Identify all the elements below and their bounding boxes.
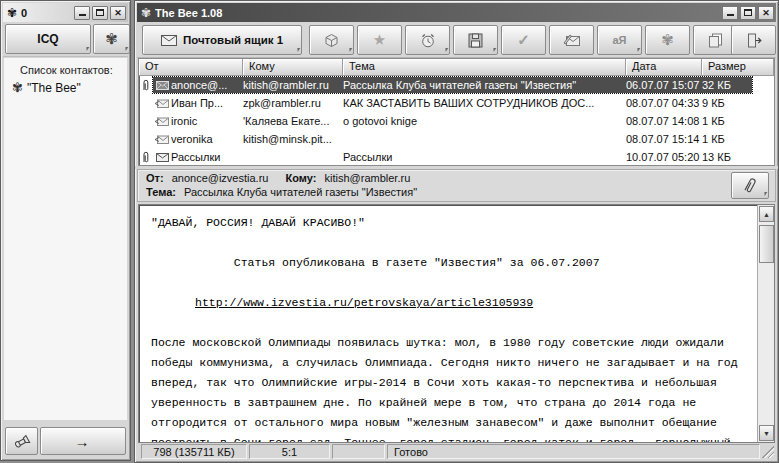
maximize-icon (744, 9, 752, 16)
close-icon: ✕ (762, 8, 770, 18)
contact-name: "The Bee" (27, 81, 81, 95)
contact-flower-icon: ✾ (12, 80, 23, 95)
cell-from: Иван Пр... (171, 97, 243, 109)
cell-date: 06.07.07 15:07 (626, 79, 702, 91)
from-label: От: (146, 172, 164, 184)
up-arrow-icon: ▲ (763, 211, 770, 218)
down-arrow-icon: ▼ (763, 430, 770, 437)
status-ratio: 5:1 (249, 444, 330, 459)
favorites-button[interactable]: ★ (357, 25, 402, 55)
cell-size: 9 КБ (702, 97, 752, 109)
package-icon (323, 33, 340, 48)
compose-button[interactable] (549, 25, 594, 55)
desktop: ✾ 0 ✕ ICQ ✾ Список контактов: ✾ "The Bee… (0, 0, 779, 463)
cell-size: 13 КБ (702, 151, 752, 163)
mailbox-button-label: Почтовый ящик 1 (183, 34, 283, 46)
scroll-up-button[interactable]: ▲ (759, 206, 774, 222)
right-arrow-icon: → (75, 433, 92, 450)
vertical-scrollbar[interactable]: ▲ ▼ (757, 205, 774, 442)
column-header-date[interactable]: Дата (626, 59, 702, 76)
attachment-paperclip-icon (142, 79, 150, 92)
cell-subject: o gotovoi knige (343, 115, 626, 127)
az-letters-icon: аЯ (612, 34, 626, 46)
cell-from: ironic (171, 115, 243, 127)
minimize-button[interactable] (74, 6, 90, 20)
checkmark-icon: ✓ (517, 31, 530, 49)
cell-subject: Рассылки (343, 151, 626, 163)
icq-menu-button[interactable]: ICQ (5, 24, 91, 54)
icq-flower-icon: ✾ (7, 7, 17, 19)
icq-titlebar[interactable]: ✾ 0 ✕ (3, 3, 128, 22)
table-row[interactable]: anonce@... kitish@rambler.ru Рассылка Кл… (139, 76, 774, 94)
attachments-button[interactable] (731, 172, 769, 199)
status-message-count: 798 (135711 КБ) (141, 444, 247, 459)
bee-titlebar[interactable]: ✾ The Bee 1.08 ✕ (137, 3, 776, 22)
main-toolbar: Почтовый ящик 1 ★ (137, 22, 776, 58)
paperclip-icon (744, 177, 757, 195)
table-row[interactable]: Рассылки Рассылки 10.07.07 05:20 13 КБ (139, 148, 774, 166)
mailbox-envelope-icon (161, 35, 177, 46)
maximize-button[interactable] (92, 6, 108, 20)
bee-window-title: The Bee 1.08 (155, 7, 722, 19)
cell-to: kitish@rambler.ru (243, 79, 343, 91)
exit-door-icon (746, 33, 762, 48)
message-list-header: От Кому Тема Дата Размер (139, 59, 774, 76)
column-header-size[interactable]: Размер (702, 59, 774, 76)
save-button[interactable] (453, 25, 498, 55)
column-header-subject[interactable]: Тема (343, 59, 626, 76)
close-button[interactable]: ✕ (758, 6, 774, 20)
scroll-down-button[interactable]: ▼ (759, 425, 774, 441)
icq-status-button[interactable]: ✾ (93, 24, 130, 54)
alarm-clock-icon (420, 33, 436, 48)
status-ready: Готово (387, 444, 760, 459)
table-row[interactable]: ironic 'Каляева Екате... o gotovoi knige… (139, 112, 774, 130)
maximize-button[interactable] (740, 6, 756, 20)
scheduler-button[interactable] (405, 25, 450, 55)
icq-button[interactable]: ✾ (645, 25, 690, 55)
status-bar: 798 (135711 КБ) 5:1 Готово (137, 443, 776, 460)
to-value: kitish@rambler.ru (325, 172, 411, 184)
cell-from: veronika (171, 133, 243, 145)
cell-from: Рассылки (171, 151, 243, 163)
cell-to: zpk@rambler.ru (243, 97, 343, 109)
envelope-icon (156, 153, 169, 162)
mailbox-button[interactable]: Почтовый ящик 1 (142, 25, 302, 55)
column-header-from[interactable]: От (139, 59, 243, 76)
article-link[interactable]: http://www.izvestia.ru/petrovskaya/artic… (151, 293, 750, 313)
envelope-replied-icon (155, 117, 169, 126)
floppy-save-icon (468, 33, 483, 48)
fetch-mail-button[interactable] (309, 25, 354, 55)
document-copy-icon (708, 33, 723, 48)
message-list: От Кому Тема Дата Размер (138, 58, 775, 166)
search-contact-button[interactable] (5, 427, 38, 455)
table-row[interactable]: veronika kitish@minsk.pit... 08.07.07 15… (139, 130, 774, 148)
next-button[interactable]: → (40, 427, 126, 455)
cell-to: 'Каляева Екате... (243, 115, 343, 127)
scrollbar-thumb[interactable] (759, 225, 774, 263)
mark-button[interactable]: ✓ (501, 25, 546, 55)
to-label: Кому: (286, 172, 317, 184)
minimize-button[interactable] (722, 6, 738, 20)
resize-grip[interactable] (762, 446, 774, 458)
cell-subject: Рассылка Клуба читателей газеты "Извести… (343, 79, 626, 91)
minimize-icon (727, 10, 734, 16)
contact-item-the-bee[interactable]: ✾ "The Bee" (4, 78, 127, 95)
cell-date: 08.07.07 15:14 (626, 133, 702, 145)
subject-label: Тема: (146, 186, 176, 198)
message-text: "ДАВАЙ, РОССИЯ! ДАВАЙ КРАСИВО!" Статья о… (151, 213, 750, 442)
subject-value: Рассылка Клуба читателей газеты "Извести… (184, 186, 417, 198)
column-header-to[interactable]: Кому (243, 59, 343, 76)
icq-bottom-toolbar: → (3, 425, 128, 455)
close-button[interactable]: ✕ (110, 6, 126, 20)
icq-button-label: ICQ (37, 32, 58, 46)
table-row[interactable]: Иван Пр... zpk@rambler.ru КАК ЗАСТАВИТЬ … (139, 94, 774, 112)
contact-list: Список контактов: ✾ "The Bee" (4, 58, 127, 420)
close-icon: ✕ (114, 8, 122, 18)
cell-from: anonce@... (171, 79, 243, 91)
star-icon: ★ (373, 31, 386, 49)
exit-button[interactable] (731, 25, 776, 55)
cell-date: 10.07.07 05:20 (626, 151, 702, 163)
status-empty (332, 444, 385, 459)
address-book-button[interactable]: аЯ (597, 25, 642, 55)
cell-date: 08.07.07 14:08 (626, 115, 702, 127)
